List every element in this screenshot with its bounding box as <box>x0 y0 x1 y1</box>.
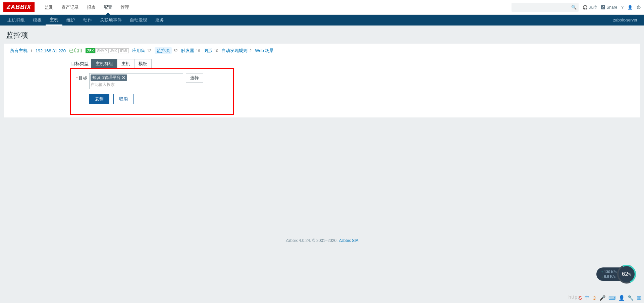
crumb-graph-count: 10 <box>214 49 218 53</box>
crumb-disc-count: 2 <box>250 49 252 53</box>
crumb-graphs[interactable]: 图形 10 <box>204 48 218 54</box>
breadcrumb: 所有主机 / 192.168.81.220 已启用 ZBX SNMP JMX I… <box>7 48 637 59</box>
required-asterisk: * <box>76 75 78 81</box>
crumb-triggers[interactable]: 触发器 19 <box>181 48 200 54</box>
subnav-hosts[interactable]: 主机 <box>46 15 62 26</box>
power-icon[interactable]: ⏻ <box>637 5 641 10</box>
share-label: Share <box>606 5 617 10</box>
selected-tag: 知识点管理平台 ✕ <box>91 74 127 81</box>
seg-hostgroup[interactable]: 主机群组 <box>91 59 117 68</box>
copy-button[interactable]: 复制 <box>89 94 109 104</box>
headset-icon: 🎧 <box>583 5 588 10</box>
crumb-web[interactable]: Web 场景 <box>255 48 274 54</box>
crumb-disc-label: 自动发现规则 <box>221 48 248 53</box>
tag-text: 知识点管理平台 <box>92 75 120 81</box>
bc-status: 已启用 <box>69 48 82 54</box>
topnav-monitoring[interactable]: 监测 <box>41 0 57 15</box>
crumb-discovery[interactable]: 自动发现规则 2 <box>221 48 252 54</box>
multiselect-input[interactable] <box>91 82 182 87</box>
proto-group: ZBX SNMP JMX IPMI <box>86 48 129 53</box>
topnav-inventory[interactable]: 资产记录 <box>57 0 83 15</box>
page-header: 监控项 <box>0 26 644 44</box>
cancel-button[interactable]: 取消 <box>113 94 133 104</box>
topnav-administration[interactable]: 管理 <box>116 0 133 15</box>
crumb-app-label: 应用集 <box>132 48 145 53</box>
page-title: 监控项 <box>6 30 638 40</box>
footer: Zabbix 4.0.24. © 2001–2020, Zabbix SIA <box>0 124 644 246</box>
bc-host-ip[interactable]: 192.168.81.220 <box>36 48 66 53</box>
target-label: *目标 <box>71 73 89 81</box>
support-label: 支持 <box>589 4 597 10</box>
top-bar: ZABBIX 监测 资产记录 报表 配置 管理 🔍 🎧 支持 Z Share ?… <box>0 0 644 15</box>
topnav-reports[interactable]: 报表 <box>83 0 100 15</box>
user-icon[interactable]: 👤 <box>628 5 633 10</box>
z-badge-icon: Z <box>601 5 605 9</box>
footer-link[interactable]: Zabbix SIA <box>339 238 359 243</box>
subnav-templates[interactable]: 模板 <box>29 15 46 26</box>
target-label-text: 目标 <box>78 75 87 81</box>
bc-sep: / <box>31 48 32 53</box>
crumb-items[interactable]: 监控项 52 <box>155 48 178 54</box>
support-link[interactable]: 🎧 支持 <box>583 4 597 10</box>
crumb-items-label: 监控项 <box>155 47 172 54</box>
top-right-group: 🔍 🎧 支持 Z Share ? 👤 ⏻ <box>512 3 641 12</box>
action-row: 复制 取消 <box>89 94 133 104</box>
proto-ipmi[interactable]: IPMI <box>118 48 129 53</box>
select-button[interactable]: 选择 <box>186 73 203 83</box>
footer-text: Zabbix 4.0.24. © 2001–2020, <box>286 238 339 243</box>
content-card: 所有主机 / 192.168.81.220 已启用 ZBX SNMP JMX I… <box>4 44 640 117</box>
subnav-hostgroups[interactable]: 主机群组 <box>3 15 29 26</box>
crumb-trig-label: 触发器 <box>181 48 194 53</box>
search-input[interactable] <box>512 3 579 12</box>
tag-remove-icon[interactable]: ✕ <box>122 75 125 80</box>
search-icon[interactable]: 🔍 <box>571 5 577 10</box>
subnav-discovery[interactable]: 自动发现 <box>126 15 151 26</box>
share-link[interactable]: Z Share <box>601 5 617 10</box>
proto-zbx[interactable]: ZBX <box>86 48 95 53</box>
seg-host[interactable]: 主机 <box>117 59 135 68</box>
crumb-items-count: 52 <box>173 49 177 53</box>
crumb-app-count: 12 <box>147 49 151 53</box>
sub-nav: 主机群组 模板 主机 维护 动作 关联项事件 自动发现 服务 zabbix-se… <box>0 15 644 26</box>
target-type-label: 目标类型 <box>71 61 89 67</box>
logo[interactable]: ZABBIX <box>3 2 35 12</box>
server-name: zabbix-server <box>613 18 641 22</box>
subnav-correlation[interactable]: 关联项事件 <box>96 15 126 26</box>
topnav-configuration[interactable]: 配置 <box>100 0 116 15</box>
subnav-actions[interactable]: 动作 <box>79 15 96 26</box>
subnav-maintenance[interactable]: 维护 <box>62 15 79 26</box>
form-wrap: 目标类型 主机群组 主机 模板 *目标 知识点管理平台 ✕ 选择 复制 取消 <box>7 59 637 104</box>
seg-template[interactable]: 模板 <box>134 59 152 68</box>
target-type-row: 目标类型 主机群组 主机 模板 <box>71 59 152 68</box>
crumb-trig-count: 19 <box>196 49 200 53</box>
proto-snmp[interactable]: SNMP <box>95 48 108 53</box>
crumb-web-label: Web 场景 <box>255 48 274 53</box>
crumb-applications[interactable]: 应用集 12 <box>132 48 151 54</box>
help-icon[interactable]: ? <box>621 5 624 10</box>
subnav-services[interactable]: 服务 <box>151 15 168 26</box>
crumb-graph-label: 图形 <box>204 48 212 53</box>
target-multiselect[interactable]: 知识点管理平台 ✕ <box>89 73 183 89</box>
form-area: 目标类型 主机群组 主机 模板 *目标 知识点管理平台 ✕ 选择 复制 取消 <box>71 59 637 104</box>
proto-jmx[interactable]: JMX <box>108 48 118 53</box>
search-wrap: 🔍 <box>512 3 579 12</box>
bc-all-hosts[interactable]: 所有主机 <box>10 48 28 54</box>
target-row: *目标 知识点管理平台 ✕ 选择 <box>71 73 203 89</box>
